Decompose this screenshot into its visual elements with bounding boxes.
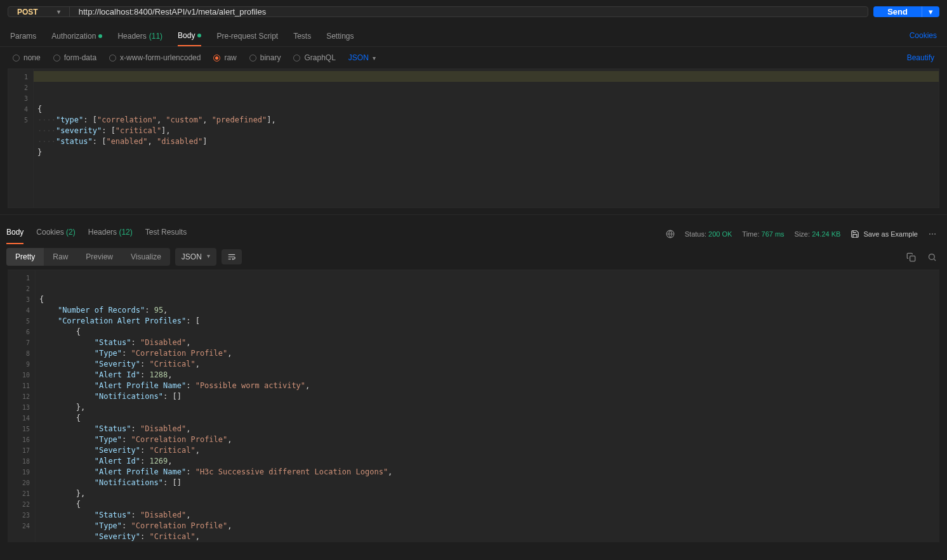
send-dropdown[interactable]: ▾ <box>922 6 939 17</box>
time-value: 767 ms <box>762 230 785 238</box>
current-line-highlight <box>34 71 939 82</box>
body-type-xwww[interactable]: x-www-form-urlencoded <box>109 53 201 62</box>
response-body-editor[interactable]: 123456789101112131415161718192021222324 … <box>8 270 939 542</box>
tab-authorization[interactable]: Authorization <box>51 26 102 46</box>
svg-rect-6 <box>910 256 915 261</box>
tab-params[interactable]: Params <box>10 26 36 46</box>
svg-point-3 <box>934 233 936 235</box>
cookies-link[interactable]: Cookies <box>910 26 937 46</box>
status-value: 200 OK <box>708 230 732 238</box>
radio-icon <box>249 55 256 62</box>
save-icon <box>851 230 859 238</box>
radio-icon <box>109 55 116 62</box>
request-body-editor[interactable]: 12345 {····"type": ["correlation", "cust… <box>8 68 939 208</box>
chevron-down-icon: ▾ <box>207 252 210 261</box>
svg-point-1 <box>929 233 930 235</box>
view-mode-group: Pretty Raw Preview Visualize <box>6 248 170 266</box>
view-mode-pretty[interactable]: Pretty <box>6 248 44 266</box>
chevron-down-icon: ▾ <box>929 7 933 16</box>
radio-icon <box>53 55 60 62</box>
method-value: POST <box>17 8 38 16</box>
line-gutter: 12345 <box>8 69 34 207</box>
chevron-down-icon: ▾ <box>57 8 60 15</box>
status-dot-icon <box>197 34 201 37</box>
view-mode-preview[interactable]: Preview <box>77 248 122 266</box>
svg-line-8 <box>934 259 936 261</box>
send-button[interactable]: Send <box>873 6 922 17</box>
tab-tests[interactable]: Tests <box>293 26 311 46</box>
send-button-group: Send ▾ <box>873 6 939 17</box>
svg-point-2 <box>932 233 933 235</box>
url-input[interactable]: http://localhost:8400/RestAPI/v1/meta/al… <box>70 7 868 16</box>
radio-icon <box>13 55 20 62</box>
body-format-dropdown[interactable]: JSON▾ <box>348 53 376 62</box>
body-type-graphql[interactable]: GraphQL <box>293 53 335 62</box>
tab-settings[interactable]: Settings <box>326 26 354 46</box>
size-label: Size: 24.24 KB <box>795 230 841 238</box>
resp-tab-body[interactable]: Body <box>6 224 23 244</box>
radio-icon <box>293 55 300 62</box>
resp-tab-headers[interactable]: Headers (12) <box>88 224 133 244</box>
line-gutter: 123456789101112131415161718192021222324 <box>8 270 36 542</box>
tab-headers[interactable]: Headers (11) <box>117 26 162 46</box>
svg-point-7 <box>929 254 935 259</box>
body-type-binary[interactable]: binary <box>249 53 281 62</box>
response-format-dropdown[interactable]: JSON▾ <box>175 248 216 266</box>
beautify-link[interactable]: Beautify <box>907 53 934 62</box>
chevron-down-icon: ▾ <box>373 55 376 62</box>
body-type-none[interactable]: none <box>13 53 41 62</box>
method-select[interactable]: POST ▾ <box>8 7 70 16</box>
resp-tab-testresults[interactable]: Test Results <box>145 224 187 244</box>
url-value: http://localhost:8400/RestAPI/v1/meta/al… <box>79 7 267 16</box>
copy-icon[interactable] <box>906 252 916 262</box>
body-type-formdata[interactable]: form-data <box>53 53 96 62</box>
view-mode-raw[interactable]: Raw <box>44 248 77 266</box>
tab-body[interactable]: Body <box>178 26 201 46</box>
time-label: Time: 767 ms <box>742 230 784 238</box>
wrap-lines-button[interactable] <box>222 249 242 264</box>
code-area[interactable]: {····"type": ["correlation", "custom", "… <box>34 69 939 207</box>
view-mode-visualize[interactable]: Visualize <box>122 248 170 266</box>
code-area[interactable]: { "Number of Records": 95, "Correlation … <box>36 270 939 542</box>
method-url-bar: POST ▾ http://localhost:8400/RestAPI/v1/… <box>8 6 868 17</box>
status-label: Status: 200 OK <box>685 230 732 238</box>
save-as-example-button[interactable]: Save as Example <box>851 230 918 238</box>
radio-icon <box>213 55 220 62</box>
body-type-raw[interactable]: raw <box>213 53 236 62</box>
more-icon[interactable] <box>928 230 937 238</box>
globe-icon[interactable] <box>666 230 675 238</box>
search-icon[interactable] <box>927 252 937 262</box>
status-dot-icon <box>98 34 102 38</box>
size-value: 24.24 KB <box>812 230 840 238</box>
tab-prerequest[interactable]: Pre-request Script <box>216 26 278 46</box>
resp-tab-cookies[interactable]: Cookies (2) <box>36 224 75 244</box>
